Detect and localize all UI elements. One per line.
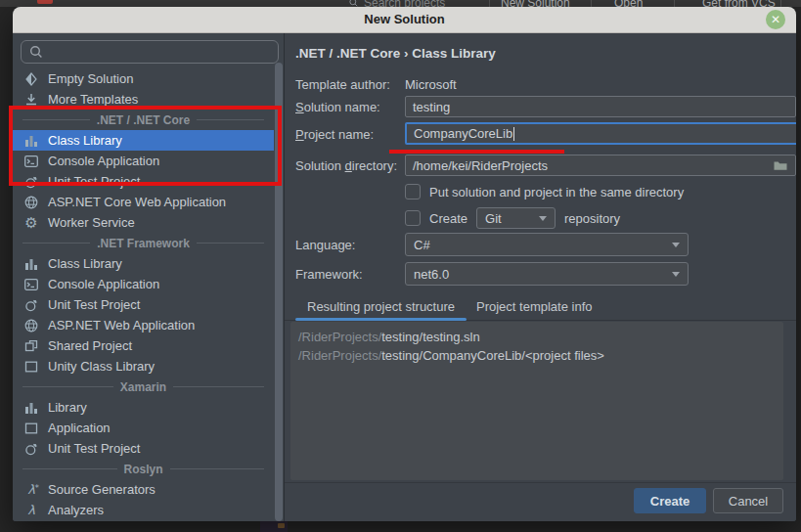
background-logo-fragment xyxy=(37,0,53,4)
flask-icon xyxy=(23,441,39,457)
sidebar-item-empty-solution[interactable]: Empty Solution xyxy=(13,68,274,89)
framework-label: Framework: xyxy=(295,267,363,282)
create-button[interactable]: Create xyxy=(634,488,706,513)
tab-project-template-info[interactable]: Project template info xyxy=(472,297,597,319)
create-label: Create xyxy=(429,211,467,226)
search-projects-field[interactable]: Search projects xyxy=(364,0,445,7)
dialog-titlebar[interactable]: New Solution ✕ xyxy=(13,7,796,33)
create-repository-row: Create Git repository xyxy=(405,207,620,229)
template-author-label: Template author: xyxy=(295,77,390,92)
sidebar-item-console-application-core[interactable]: Console Application xyxy=(13,151,274,171)
solution-name-input[interactable]: testing xyxy=(405,96,796,117)
open-button[interactable]: Open xyxy=(614,0,643,7)
sidebar-item-console-application-framework[interactable]: Console Application xyxy=(13,274,274,294)
gear-icon xyxy=(23,215,39,231)
section-header-roslyn: Roslyn xyxy=(13,459,274,479)
terminal-icon xyxy=(23,154,39,169)
sidebar-item-source-generators[interactable]: Source Generators xyxy=(13,479,274,500)
result-line: /RiderProjects/testing/testing.sln xyxy=(298,328,776,346)
chevron-down-icon xyxy=(672,272,680,277)
same-directory-checkbox[interactable] xyxy=(405,184,421,200)
background-toolbar: Search projects New Solution Open Get fr… xyxy=(0,0,801,7)
new-solution-button[interactable]: New Solution xyxy=(501,0,570,7)
terminal-icon xyxy=(23,277,39,292)
square-icon xyxy=(23,359,39,375)
shared-project-icon xyxy=(23,338,39,354)
folder-icon[interactable] xyxy=(773,157,788,173)
breadcrumb: .NET / .NET Core › Class Library xyxy=(295,46,496,61)
globe-icon xyxy=(23,195,39,210)
sidebar-item-shared-project[interactable]: Shared Project xyxy=(13,335,274,356)
sidebar-item-class-library-core[interactable]: Class Library xyxy=(13,130,274,151)
prism-icon xyxy=(23,71,39,87)
cancel-button[interactable]: Cancel xyxy=(713,488,783,513)
section-header-other: Other xyxy=(13,520,274,521)
template-sidebar: Empty Solution More Templates .NET / .NE… xyxy=(13,33,285,521)
bars-icon xyxy=(23,256,39,272)
get-from-vcs-button[interactable]: Get from VCS xyxy=(702,0,776,7)
search-icon xyxy=(28,44,44,60)
section-header-dotnet-core: .NET / .NET Core xyxy=(13,110,274,130)
sidebar-item-more-templates[interactable]: More Templates xyxy=(13,89,274,110)
sidebar-item-worker-service[interactable]: Worker Service xyxy=(13,212,274,233)
chevron-down-icon xyxy=(539,216,547,221)
project-name-label: Project name: xyxy=(295,127,374,142)
lambda-sparkle-icon xyxy=(23,482,39,498)
template-list: Empty Solution More Templates .NET / .NE… xyxy=(13,68,274,521)
sidebar-scrollbar[interactable] xyxy=(275,63,283,521)
repository-label: repository xyxy=(564,211,620,226)
tab-resulting-project-structure[interactable]: Resulting project structure xyxy=(303,297,459,319)
flask-icon xyxy=(23,174,39,190)
vcs-type-dropdown[interactable]: Git xyxy=(476,207,556,229)
create-repository-checkbox[interactable] xyxy=(405,210,421,226)
resulting-structure-preview: /RiderProjects/testing/testing.sln /Ride… xyxy=(290,322,783,480)
background-window-fragment xyxy=(260,521,288,532)
sidebar-item-class-library-framework[interactable]: Class Library xyxy=(13,253,274,274)
text-caret xyxy=(513,127,514,141)
new-solution-dialog: New Solution ✕ Empty Solution More Templ… xyxy=(13,7,796,521)
dialog-title: New Solution xyxy=(13,12,796,26)
sidebar-item-xamarin-library[interactable]: Library xyxy=(13,397,274,418)
lambda-icon xyxy=(23,503,39,518)
language-dropdown[interactable]: C# xyxy=(405,233,689,256)
result-line: /RiderProjects/testing/CompanyCoreLib/<p… xyxy=(298,346,776,365)
search-icon xyxy=(348,0,359,7)
chevron-down-icon xyxy=(672,243,680,247)
sidebar-item-unit-test-project-core[interactable]: Unit Test Project xyxy=(13,171,274,192)
sidebar-item-xamarin-unit-test-project[interactable]: Unit Test Project xyxy=(13,438,274,459)
footer-divider xyxy=(285,482,796,483)
bars-icon xyxy=(23,133,39,149)
template-search-input[interactable] xyxy=(21,40,279,64)
solution-name-label: Solution name: xyxy=(295,100,380,114)
sidebar-item-aspnet-web-application[interactable]: ASP.NET Web Application xyxy=(13,315,274,335)
solution-settings-panel: .NET / .NET Core › Class Library Templat… xyxy=(285,33,796,521)
close-icon[interactable]: ✕ xyxy=(766,10,785,29)
section-header-xamarin: Xamarin xyxy=(13,377,274,397)
project-name-input[interactable]: CompanyCoreLib xyxy=(405,122,796,145)
section-header-dotnet-framework: .NET Framework xyxy=(13,233,274,253)
sidebar-item-xamarin-application[interactable]: Application xyxy=(13,418,274,438)
download-icon xyxy=(23,92,39,108)
sidebar-item-unit-test-project-framework[interactable]: Unit Test Project xyxy=(13,294,274,315)
bars-icon xyxy=(23,400,39,416)
sidebar-item-analyzers[interactable]: Analyzers xyxy=(13,500,274,520)
same-directory-label: Put solution and project in the same dir… xyxy=(429,185,684,200)
language-label: Language: xyxy=(295,238,355,252)
same-directory-checkbox-row: Put solution and project in the same dir… xyxy=(405,184,684,200)
square-icon xyxy=(23,421,39,436)
preview-tabbar: Resulting project structure Project temp… xyxy=(285,297,796,321)
solution-directory-input[interactable]: /home/kei/RiderProjects xyxy=(405,155,796,176)
framework-dropdown[interactable]: net6.0 xyxy=(405,262,689,286)
sidebar-item-unity-class-library[interactable]: Unity Class Library xyxy=(13,356,274,377)
globe-icon xyxy=(23,318,39,333)
template-author-value: Microsoft xyxy=(405,77,457,92)
solution-directory-label: Solution directory: xyxy=(295,158,397,173)
flask-icon xyxy=(23,297,39,313)
sidebar-item-aspnet-core-web-application[interactable]: ASP.NET Core Web Application xyxy=(13,192,274,212)
